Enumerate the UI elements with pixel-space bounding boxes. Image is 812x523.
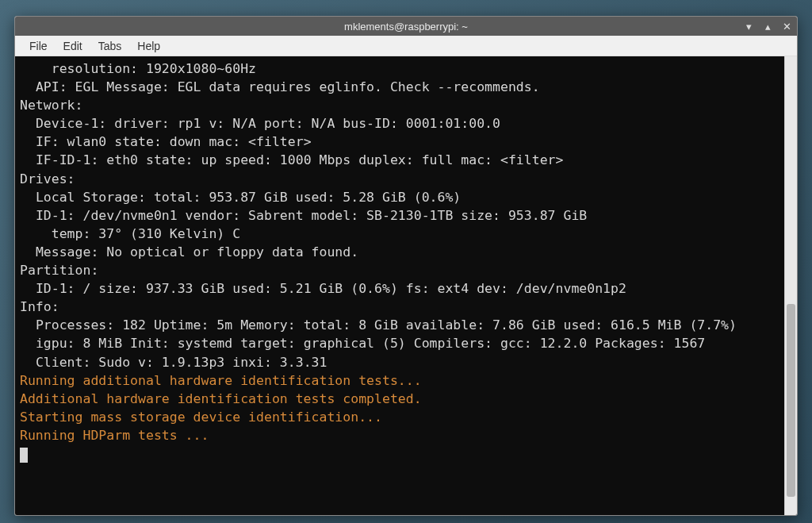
term-line: Partition:	[20, 261, 792, 279]
minimize-icon[interactable]: ▾	[743, 21, 754, 33]
term-line: Network:	[20, 96, 792, 114]
scrollbar[interactable]	[784, 56, 797, 515]
term-line: resolution: 1920x1080~60Hz	[20, 60, 792, 78]
term-line: ID-1: /dev/nvme0n1 vendor: Sabrent model…	[20, 206, 792, 225]
window-controls: ▾ ▴ ✕	[743, 21, 792, 33]
term-line-status: Starting mass storage device identificat…	[20, 408, 792, 426]
term-line: Message: No optical or floppy data found…	[20, 243, 792, 261]
term-line: ID-1: / size: 937.33 GiB used: 5.21 GiB …	[20, 279, 792, 298]
terminal-body[interactable]: resolution: 1920x1080~60Hz API: EGL Mess…	[15, 56, 797, 515]
term-line: IF: wlan0 state: down mac: <filter>	[20, 133, 792, 151]
close-icon[interactable]: ✕	[781, 21, 792, 33]
menu-tabs[interactable]: Tabs	[90, 37, 130, 55]
scroll-thumb[interactable]	[787, 304, 795, 497]
term-line-status: Running additional hardware identificati…	[20, 371, 792, 390]
term-line: Processes: 182 Uptime: 5m Memory: total:…	[20, 316, 792, 334]
term-line: Device-1: driver: rp1 v: N/A port: N/A b…	[20, 114, 792, 133]
menu-file[interactable]: File	[21, 37, 56, 55]
terminal-window: mklements@raspberrypi: ~ ▾ ▴ ✕ File Edit…	[14, 16, 798, 516]
term-line: Info:	[20, 298, 792, 316]
term-line-status: Running HDParm tests ...	[20, 426, 792, 444]
cursor	[20, 448, 28, 463]
term-line-status: Additional hardware identification tests…	[20, 390, 792, 408]
term-line: Drives:	[20, 170, 792, 188]
titlebar[interactable]: mklements@raspberrypi: ~ ▾ ▴ ✕	[15, 17, 797, 36]
term-line: temp: 37° (310 Kelvin) C	[20, 225, 792, 243]
maximize-icon[interactable]: ▴	[762, 21, 773, 33]
term-line: API: EGL Message: EGL data requires egli…	[20, 78, 792, 96]
menu-edit[interactable]: Edit	[56, 37, 90, 55]
term-line: Local Storage: total: 953.87 GiB used: 5…	[20, 188, 792, 206]
menu-help[interactable]: Help	[129, 37, 168, 55]
menubar: File Edit Tabs Help	[15, 36, 797, 56]
term-line: IF-ID-1: eth0 state: up speed: 1000 Mbps…	[20, 151, 792, 169]
window-title: mklements@raspberrypi: ~	[344, 21, 468, 33]
term-line: igpu: 8 MiB Init: systemd target: graphi…	[20, 334, 792, 352]
term-line: Client: Sudo v: 1.9.13p3 inxi: 3.3.31	[20, 353, 792, 371]
